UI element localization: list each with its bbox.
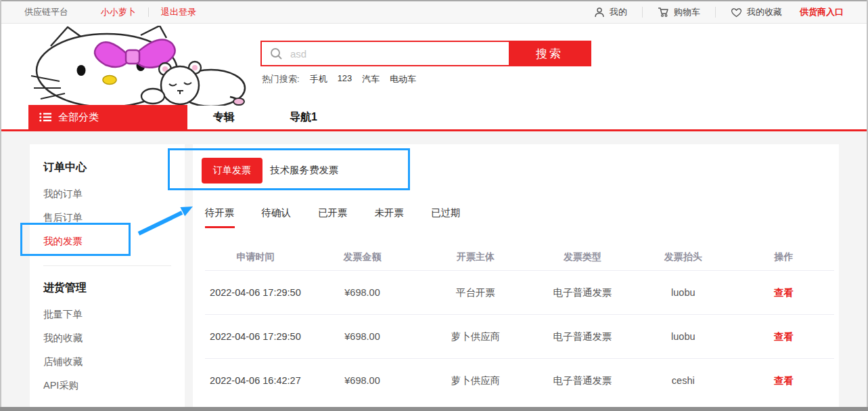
search-box: 搜索 [260,41,591,66]
window-edge [0,0,1,411]
my-account-link[interactable]: 我的 [594,6,627,18]
cart-label: 购物车 [674,6,700,18]
filter-expired[interactable]: 已过期 [431,207,461,219]
filter-pending[interactable]: 待开票 [205,207,235,219]
browser-window: 供应链平台 小小萝卜 退出登录 我的 购物车 我的收藏 供货商入口 [0,0,868,411]
table-row: 2022-04-06 16:42:27 ¥698.00 萝卜供应商 电子普通发票… [205,358,834,402]
cell-issuer: 萝卜供应商 [419,330,532,343]
cart-icon [658,7,669,18]
col-apply-time: 申请时间 [205,251,306,263]
cart-link[interactable]: 购物车 [658,6,700,18]
search-input[interactable] [262,42,509,65]
sidebar: 订单中心 我的订单 售后订单 我的发票 进货管理 批量下单 我的收藏 店铺收藏 … [30,144,185,408]
cell-apply-time: 2022-04-06 16:42:27 [205,375,306,386]
cell-issuer: 萝卜供应商 [419,374,532,387]
cell-apply-time: 2022-04-06 17:29:50 [205,331,306,342]
col-issuer: 开票主体 [419,251,532,263]
divider [715,7,716,18]
cell-title: luobu [633,287,733,298]
cell-apply-time: 2022-04-06 17:29:50 [205,287,306,298]
supplier-entry-link[interactable]: 供货商入口 [800,6,844,18]
nav-underline [0,129,868,131]
sidebar-divider [43,265,171,266]
annotation-box-my-invoices [20,223,131,256]
hot-search-label: 热门搜索: [262,73,300,85]
search-button[interactable]: 搜索 [509,42,590,65]
table-row: 2022-04-06 17:29:50 ¥698.00 萝卜供应商 电子普通发票… [205,314,834,358]
site-logo [27,26,247,106]
my-account-label: 我的 [610,6,627,18]
cell-title: ceshi [633,375,733,386]
favorites-link[interactable]: 我的收藏 [731,6,782,18]
hot-search-item[interactable]: 手机 [310,73,327,85]
hot-search-item[interactable]: 123 [338,73,352,85]
sidebar-item-bulk-order[interactable]: 批量下单 [43,309,185,320]
cell-type: 电子普通发票 [532,286,633,299]
cell-type: 电子普通发票 [532,330,633,343]
hot-search-item[interactable]: 电动车 [390,73,416,85]
divider [148,7,149,17]
cell-title: luobu [633,331,733,342]
kitty-logo-image [27,26,247,106]
logout-link[interactable]: 退出登录 [161,6,196,18]
filter-not-issued[interactable]: 未开票 [375,207,405,219]
invoice-table: 申请时间 发票金额 开票主体 发票类型 发票抬头 操作 2022-04-06 1… [205,244,834,402]
nav-item-nav1[interactable]: 导航1 [290,105,317,129]
cell-amount: ¥698.00 [306,287,419,298]
sidebar-section-title-orders: 订单中心 [43,160,185,175]
favorites-label: 我的收藏 [747,6,782,18]
sidebar-item-api-purchase[interactable]: API采购 [43,380,185,391]
filter-to-confirm[interactable]: 待确认 [262,207,292,219]
hot-search-row: 热门搜索: 手机 123 汽车 电动车 [262,73,416,85]
window-edge [0,0,868,1]
hot-search-item[interactable]: 汽车 [362,73,380,85]
cell-amount: ¥698.00 [306,375,419,386]
view-invoice-link[interactable]: 查看 [774,331,794,342]
annotation-arrow [132,201,200,238]
cell-amount: ¥698.00 [306,331,419,342]
sidebar-item-shop-favorites[interactable]: 店铺收藏 [43,356,185,367]
invoice-status-filters: 待开票 待确认 已开票 未开票 已过期 [205,207,461,219]
col-title: 发票抬头 [633,251,733,263]
search-icon [270,47,283,60]
cell-type: 电子普通发票 [532,374,633,387]
view-invoice-link[interactable]: 查看 [774,287,794,298]
all-categories-button[interactable]: 全部分类 [28,105,187,129]
sidebar-item-my-favorites[interactable]: 我的收藏 [43,332,185,343]
col-amount: 发票金额 [306,251,419,263]
filter-issued[interactable]: 已开票 [318,207,348,219]
sidebar-item-my-orders[interactable]: 我的订单 [43,188,185,199]
table-row: 2022-04-06 17:29:50 ¥698.00 平台开票 电子普通发票 … [205,270,834,314]
divider [642,7,643,18]
brand-title: 供应链平台 [24,6,68,18]
all-categories-label: 全部分类 [58,111,99,124]
sidebar-section-title-purchasing: 进货管理 [43,281,185,295]
annotation-box-invoice-tabs [168,148,410,190]
nav-item-album[interactable]: 专辑 [213,105,235,129]
person-icon [594,7,605,18]
window-bottom-edge [0,407,868,411]
cell-issuer: 平台开票 [419,286,532,299]
col-type: 发票类型 [532,251,633,263]
heart-icon [731,7,742,18]
username-link[interactable]: 小小萝卜 [101,6,136,18]
table-header-row: 申请时间 发票金额 开票主体 发票类型 发票抬头 操作 [205,244,834,270]
view-invoice-link[interactable]: 查看 [774,375,794,386]
category-list-icon [39,112,51,122]
topbar: 供应链平台 小小萝卜 退出登录 我的 购物车 我的收藏 供货商入口 [0,1,868,24]
col-action: 操作 [733,251,834,263]
